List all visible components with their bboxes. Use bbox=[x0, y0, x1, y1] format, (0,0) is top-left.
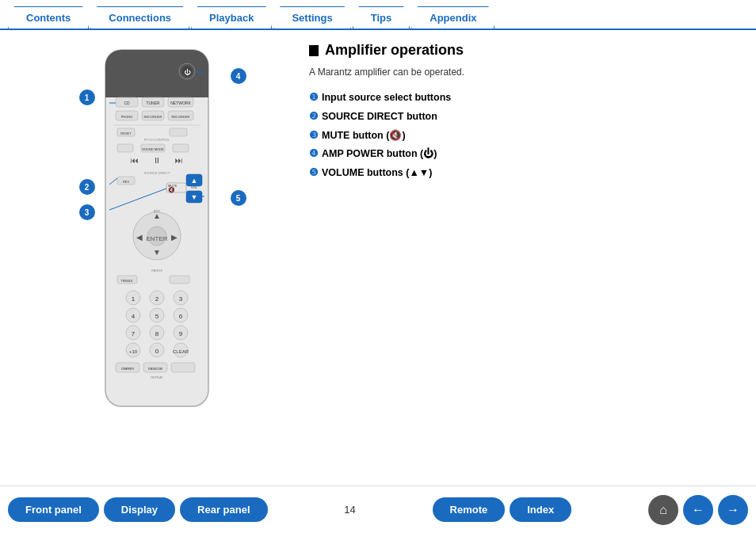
svg-text:RANGE: RANGE bbox=[151, 268, 162, 272]
feature-item-1: ❶ Input source select buttons bbox=[309, 89, 740, 108]
forward-button[interactable]: → bbox=[718, 495, 748, 525]
svg-text:NETWORK: NETWORK bbox=[170, 101, 191, 105]
right-panel: Amplifier operations A Marantz amplifier… bbox=[285, 38, 740, 468]
svg-text:TREBLE: TREBLE bbox=[120, 279, 133, 283]
page-number: 14 bbox=[344, 504, 355, 516]
remote-button[interactable]: Remote bbox=[433, 497, 506, 522]
svg-text:▶: ▶ bbox=[171, 233, 178, 242]
svg-text:⏸: ⏸ bbox=[153, 156, 161, 165]
svg-text:4: 4 bbox=[131, 313, 135, 320]
svg-text:▲: ▲ bbox=[190, 177, 197, 185]
callout-3: 3 bbox=[79, 204, 95, 220]
tab-playback[interactable]: Playback bbox=[191, 6, 272, 29]
svg-text:SOUND MODE: SOUND MODE bbox=[142, 147, 164, 151]
svg-text:ENTER: ENTER bbox=[146, 235, 167, 242]
tab-settings[interactable]: Settings bbox=[273, 6, 350, 29]
section-description: A Marantz amplifier can be operated. bbox=[309, 67, 740, 78]
main-content: 1 2 3 4 5 bbox=[0, 30, 756, 476]
remote-svg: ⏻ CD TUNER NETWORK PHONO RECORDER RECORD… bbox=[101, 46, 212, 410]
bottom-bar: Front panel Display Rear panel 14 Remote… bbox=[0, 485, 756, 533]
svg-text:VOL: VOL bbox=[190, 185, 197, 189]
svg-text:REV: REV bbox=[122, 180, 129, 184]
svg-text:TUNER: TUNER bbox=[146, 101, 160, 105]
svg-text:REPEAT: REPEAT bbox=[151, 375, 163, 379]
home-button[interactable]: ⌂ bbox=[648, 495, 678, 525]
svg-rect-81 bbox=[171, 363, 195, 372]
section-title: Amplifier operations bbox=[309, 42, 740, 59]
feature-item-4: ❹ AMP POWER button (⏻) bbox=[309, 145, 740, 164]
svg-text:⏭: ⏭ bbox=[175, 156, 183, 165]
rear-panel-button[interactable]: Rear panel bbox=[180, 497, 267, 522]
svg-text:RESET: RESET bbox=[120, 131, 132, 135]
svg-text:+10: +10 bbox=[128, 349, 137, 354]
svg-text:3: 3 bbox=[178, 295, 182, 303]
tab-connections[interactable]: Connections bbox=[90, 6, 189, 29]
svg-rect-21 bbox=[170, 128, 187, 136]
remote-image-area: 1 2 3 4 5 bbox=[16, 46, 285, 468]
svg-text:PHONO: PHONO bbox=[120, 115, 132, 119]
svg-text:▼: ▼ bbox=[153, 248, 161, 257]
svg-text:▲: ▲ bbox=[153, 211, 161, 220]
tab-tips[interactable]: Tips bbox=[353, 6, 410, 29]
index-button[interactable]: Index bbox=[510, 497, 571, 522]
svg-text:⏻: ⏻ bbox=[184, 69, 191, 76]
remote-container: 1 2 3 4 5 bbox=[101, 46, 224, 413]
svg-text:🔇: 🔇 bbox=[168, 186, 175, 193]
svg-rect-26 bbox=[173, 144, 189, 152]
back-button[interactable]: ← bbox=[683, 495, 713, 525]
svg-text:2: 2 bbox=[155, 295, 158, 303]
svg-text:1: 1 bbox=[131, 295, 135, 303]
svg-text:8: 8 bbox=[155, 330, 158, 337]
svg-rect-23 bbox=[117, 144, 133, 152]
feature-list: ❶ Input source select buttons ❷ SOURCE D… bbox=[309, 89, 740, 183]
display-button[interactable]: Display bbox=[104, 497, 175, 522]
svg-text:⏮: ⏮ bbox=[131, 156, 139, 165]
svg-text:CD: CD bbox=[124, 101, 130, 105]
svg-text:▼: ▼ bbox=[190, 193, 197, 201]
svg-text:DIMMER: DIMMER bbox=[120, 367, 133, 371]
svg-text:RECORDER: RECORDER bbox=[143, 115, 162, 119]
svg-rect-52 bbox=[170, 276, 189, 284]
top-navigation: Contents Connections Playback Settings T… bbox=[0, 6, 756, 30]
svg-text:7: 7 bbox=[131, 330, 135, 337]
callout-2: 2 bbox=[79, 179, 95, 195]
tab-appendix[interactable]: Appendix bbox=[411, 6, 494, 29]
feature-item-2: ❷ SOURCE DIRECT button bbox=[309, 108, 740, 127]
svg-text:RECORDER: RECORDER bbox=[171, 115, 189, 119]
svg-rect-2 bbox=[105, 78, 208, 97]
svg-text:9: 9 bbox=[178, 330, 182, 337]
svg-text:0: 0 bbox=[155, 348, 158, 355]
svg-text:◀: ◀ bbox=[136, 233, 143, 242]
feature-item-3: ❸ MUTE button (🔇) bbox=[309, 127, 740, 146]
callout-1: 1 bbox=[79, 89, 95, 105]
callout-5: 5 bbox=[231, 190, 246, 206]
svg-text:PITCH CONTROL: PITCH CONTROL bbox=[143, 138, 170, 142]
svg-text:5: 5 bbox=[155, 313, 158, 320]
feature-item-5: ❺ VOLUME buttons (▲▼) bbox=[309, 164, 740, 183]
svg-text:SOURCE DIRECT: SOURCE DIRECT bbox=[143, 171, 170, 175]
svg-text:6: 6 bbox=[178, 313, 182, 320]
callout-4: 4 bbox=[231, 68, 246, 84]
svg-text:CLEAR: CLEAR bbox=[172, 349, 189, 354]
nav-icons: ⌂ ← → bbox=[648, 495, 748, 525]
tab-contents[interactable]: Contents bbox=[8, 6, 89, 29]
svg-text:RANDOM: RANDOM bbox=[148, 367, 162, 371]
front-panel-button[interactable]: Front panel bbox=[8, 497, 99, 522]
